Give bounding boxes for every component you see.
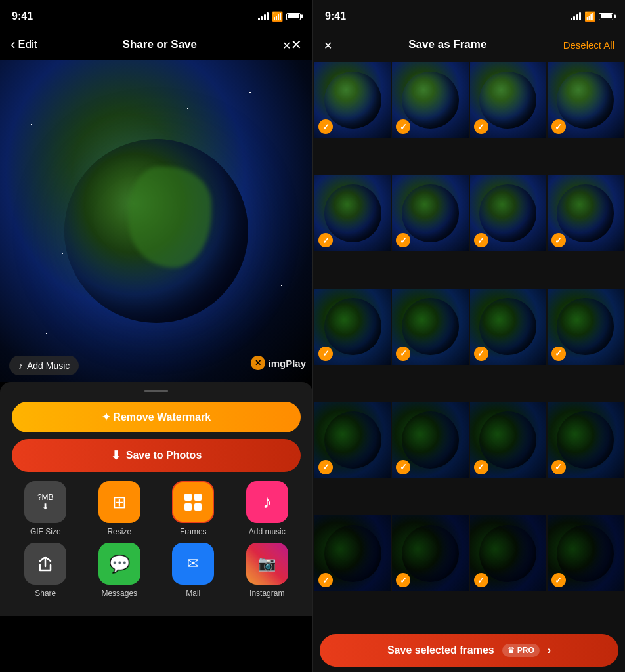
frame-thumb[interactable]: ✓ xyxy=(470,402,546,478)
frame-thumb[interactable]: ✓ xyxy=(314,175,391,251)
mail-label: Mail xyxy=(186,589,200,598)
mail-item[interactable]: ✉ Mail xyxy=(160,543,227,598)
page-title-left: Share or Save xyxy=(123,38,197,51)
right-panel: 9:41 📶 Save as Frame Deselect All ✓ ✓ ✓ … xyxy=(312,0,625,672)
frames-item[interactable]: Frames xyxy=(160,481,227,536)
frame-thumb[interactable]: ✓ xyxy=(392,289,468,365)
deselect-all-button[interactable]: Deselect All xyxy=(563,39,614,51)
frame-thumb[interactable]: ✓ xyxy=(392,515,468,591)
wifi-icon-right: 📶 xyxy=(584,11,595,22)
save-frames-label: Save selected frames xyxy=(387,644,494,656)
save-to-photos-button[interactable]: ⬇ Save to Photos xyxy=(12,439,301,472)
frame-thumb[interactable]: ✓ xyxy=(548,62,624,138)
share-icon xyxy=(24,543,66,585)
check-badge: ✓ xyxy=(474,233,488,247)
svg-rect-2 xyxy=(184,503,192,511)
save-selected-frames-button[interactable]: Save selected frames ♛ PRO › xyxy=(320,634,618,667)
messages-icon-symbol: 💬 xyxy=(109,554,130,574)
frame-thumb[interactable]: ✓ xyxy=(548,515,624,591)
frame-thumb[interactable]: ✓ xyxy=(392,175,468,251)
status-bar-right: 9:41 📶 xyxy=(313,0,625,29)
action-grid: ?MB⬇ GIF Size ⊞ Resize xyxy=(12,481,301,598)
check-badge: ✓ xyxy=(551,346,566,361)
frame-thumb[interactable]: ✓ xyxy=(392,62,468,138)
close-button-left[interactable]: ✕ xyxy=(282,37,302,52)
frames-label: Frames xyxy=(180,527,207,536)
frame-thumb[interactable]: ✓ xyxy=(548,402,624,478)
frame-thumb[interactable]: ✓ xyxy=(470,289,546,365)
chevron-left-icon xyxy=(11,37,15,52)
check-badge: ✓ xyxy=(318,233,333,247)
back-button[interactable]: Edit xyxy=(11,37,37,52)
gif-icon-label: ?MB⬇ xyxy=(37,493,54,512)
earth-preview: ♪ Add Music ✕ imgPlay xyxy=(0,60,312,382)
check-badge: ✓ xyxy=(551,460,566,474)
back-label: Edit xyxy=(18,38,37,51)
remove-watermark-label: ✦ Remove Watermark xyxy=(102,411,211,423)
frames-grid: ✓ ✓ ✓ ✓ ✓ ✓ ✓ ✓ ✓ ✓ ✓ ✓ ✓ ✓ ✓ ✓ ✓ ✓ ✓ ✓ xyxy=(313,60,625,629)
frame-thumb[interactable]: ✓ xyxy=(314,402,391,478)
messages-label: Messages xyxy=(101,589,137,598)
add-music-button[interactable]: ♪ Add Music xyxy=(9,356,79,375)
mail-icon: ✉ xyxy=(172,543,214,585)
check-badge: ✓ xyxy=(396,460,410,474)
check-badge: ✓ xyxy=(474,573,488,587)
status-icons-right: 📶 xyxy=(571,11,614,22)
add-music-item[interactable]: ♪ Add music xyxy=(234,481,301,536)
battery-icon xyxy=(286,13,301,20)
time-right: 9:41 xyxy=(325,10,346,22)
mail-icon-symbol: ✉ xyxy=(187,555,199,572)
close-button-right[interactable] xyxy=(324,37,332,52)
gif-size-label: GIF Size xyxy=(30,527,61,536)
wifi-icon: 📶 xyxy=(272,11,283,22)
frame-thumb[interactable]: ✓ xyxy=(470,175,546,251)
resize-item[interactable]: ⊞ Resize xyxy=(86,481,154,536)
messages-icon: 💬 xyxy=(98,543,140,585)
time-left: 9:41 xyxy=(12,10,33,22)
frame-thumb[interactable]: ✓ xyxy=(314,289,391,365)
instagram-item[interactable]: 📷 Instagram xyxy=(234,543,301,598)
music-note-icon: ♪ xyxy=(18,360,23,371)
music-icon-symbol: ♪ xyxy=(263,492,272,513)
check-badge: ✓ xyxy=(474,460,488,474)
video-preview: ♪ Add Music ✕ imgPlay xyxy=(0,60,312,382)
instagram-icon: 📷 xyxy=(246,543,288,585)
instagram-label: Instagram xyxy=(249,589,284,598)
chevron-right-icon: › xyxy=(548,644,551,656)
left-panel: 9:41 📶 Edit Share or Save ✕ xyxy=(0,0,312,672)
sheet-handle xyxy=(144,390,168,392)
check-badge: ✓ xyxy=(551,233,566,247)
watermark-text: imgPlay xyxy=(268,358,306,369)
gif-size-item[interactable]: ?MB⬇ GIF Size xyxy=(12,481,79,536)
svg-rect-3 xyxy=(194,503,202,511)
instagram-icon-symbol: 📷 xyxy=(258,555,276,572)
check-badge: ✓ xyxy=(551,119,566,134)
remove-watermark-button[interactable]: ✦ Remove Watermark xyxy=(12,402,301,432)
page-title-right: Save as Frame xyxy=(408,38,486,51)
battery-icon-right xyxy=(599,13,613,20)
resize-icon-symbol: ⊞ xyxy=(112,492,127,513)
frame-thumb[interactable]: ✓ xyxy=(470,62,546,138)
bottom-sheet: ✦ Remove Watermark ⬇ Save to Photos ?MB⬇… xyxy=(0,382,312,616)
frame-thumb[interactable]: ✓ xyxy=(314,515,391,591)
save-photos-label: Save to Photos xyxy=(126,450,202,461)
frame-thumb[interactable]: ✓ xyxy=(392,402,468,478)
signal-icon-right xyxy=(571,12,582,20)
check-badge: ✓ xyxy=(474,346,488,361)
frame-thumb[interactable]: ✓ xyxy=(548,175,624,251)
status-bar-left: 9:41 📶 xyxy=(0,0,312,29)
download-icon: ⬇ xyxy=(111,448,121,463)
pro-badge: ♛ PRO xyxy=(502,644,540,657)
frame-thumb[interactable]: ✓ xyxy=(548,289,624,365)
frame-thumb[interactable]: ✓ xyxy=(470,515,546,591)
nav-bar-left: Edit Share or Save ✕ xyxy=(0,29,312,60)
share-label: Share xyxy=(35,589,56,598)
messages-item[interactable]: 💬 Messages xyxy=(86,543,154,598)
watermark-x-icon: ✕ xyxy=(251,356,265,370)
check-badge: ✓ xyxy=(318,346,333,361)
svg-rect-0 xyxy=(184,494,192,501)
frame-thumb[interactable]: ✓ xyxy=(314,62,391,138)
resize-icon: ⊞ xyxy=(98,481,140,523)
share-item[interactable]: Share xyxy=(12,543,79,598)
status-icons-left: 📶 xyxy=(258,11,301,22)
